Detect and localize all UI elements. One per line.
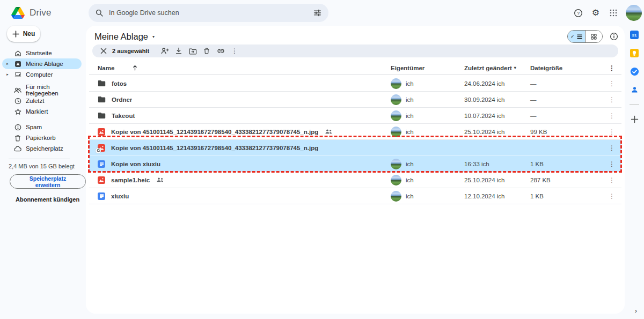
page-title[interactable]: Meine Ablage ▾ — [94, 32, 155, 42]
column-header-size[interactable]: Dateigröße — [530, 65, 562, 71]
sidebar-item-spam[interactable]: Spam — [2, 122, 82, 132]
sidebar-divider — [9, 159, 70, 159]
trash-icon[interactable] — [200, 44, 214, 57]
tasks-icon[interactable] — [630, 66, 639, 76]
sidebar-item-startseite[interactable]: Startseite — [2, 48, 82, 58]
file-size: 1 KB — [530, 161, 599, 167]
owner-name: ich — [406, 80, 414, 87]
new-button-label: Neu — [23, 30, 35, 38]
row-more-icon[interactable]: ⋮ — [609, 129, 615, 135]
share-add-person-icon[interactable] — [158, 44, 172, 57]
file-size: — — [530, 80, 599, 87]
search-icon — [96, 9, 103, 17]
owner-name: ich — [406, 193, 414, 199]
row-more-icon[interactable]: ⋮ — [609, 97, 615, 103]
move-to-folder-icon[interactable] — [186, 44, 200, 57]
file-name: sample1.heic — [111, 177, 150, 183]
sidebar-item-f-r-mich-freigegeben[interactable]: Für mich freigegeben — [2, 85, 82, 95]
clear-selection-button[interactable] — [97, 44, 111, 57]
table-header: Name Eigentümer Zuletzt geändert ▾ Datei… — [89, 61, 621, 75]
row-more-icon[interactable]: ⋮ — [609, 193, 615, 199]
sidebar-item-markiert[interactable]: Markiert — [2, 106, 82, 117]
column-header-modified[interactable]: Zuletzt geändert — [464, 65, 512, 71]
sidebar-item-label: Startseite — [26, 50, 52, 56]
get-more-storage-button[interactable]: Speicherplatz erweitern — [10, 174, 86, 189]
modified-date: 12.10.2024 ich — [464, 193, 530, 199]
file-name: Ordner — [112, 97, 132, 103]
download-icon[interactable] — [172, 44, 186, 57]
cancel-subscription-link[interactable]: Abonnement kündigen — [16, 196, 86, 203]
row-more-icon[interactable]: ⋮ — [609, 177, 615, 183]
column-header-name[interactable]: Name — [98, 65, 114, 71]
grid-view-button[interactable] — [585, 31, 603, 42]
main-content: Meine Ablage ▾ ✓ — [86, 26, 625, 314]
calendar-icon[interactable]: 31 — [630, 30, 639, 40]
table-row[interactable]: Kopie von xiuxiuich16:33 ich1 KB⋮ — [89, 156, 621, 172]
file-size: 287 KB — [530, 177, 599, 183]
copy-link-icon[interactable] — [214, 44, 228, 57]
storage-usage-text: 2,4 MB von 15 GB belegt — [9, 163, 86, 169]
drive-logo-icon — [11, 7, 25, 19]
toolbar-more-icon[interactable]: ⋮ — [228, 44, 241, 57]
shared-people-icon — [157, 177, 164, 182]
search-bar[interactable] — [89, 4, 328, 22]
modified-dropdown-icon[interactable]: ▾ — [514, 65, 516, 70]
get-addons-plus-icon[interactable] — [630, 114, 639, 124]
settings-gear-icon[interactable]: ⚙ — [590, 8, 601, 18]
cloud-icon — [14, 146, 21, 152]
apps-grid-icon[interactable] — [608, 8, 619, 18]
search-input[interactable] — [109, 9, 308, 17]
table-row[interactable]: fotosich24.06.2024 ich—⋮ — [89, 76, 621, 92]
owner-avatar — [391, 110, 401, 121]
table-row[interactable]: sample1.heicich25.10.2024 ich287 KB⋮ — [89, 172, 621, 188]
folder-file-icon — [98, 112, 106, 119]
search-options-icon[interactable] — [313, 9, 321, 17]
selection-count: 2 ausgewählt — [112, 48, 149, 54]
sort-ascending-icon[interactable] — [132, 65, 138, 71]
row-more-icon[interactable]: ⋮ — [609, 145, 615, 151]
keep-icon[interactable] — [630, 48, 639, 58]
sidebar-item-zuletzt[interactable]: Zuletzt — [2, 95, 82, 106]
file-name: Takeout — [112, 113, 135, 119]
details-info-icon[interactable] — [610, 32, 618, 41]
table-row[interactable]: Kopie von 451001145_1214391672798540_433… — [89, 124, 621, 140]
image-file-icon — [98, 144, 105, 152]
contacts-icon[interactable] — [630, 85, 639, 94]
header-more-icon[interactable]: ⋮ — [609, 65, 615, 71]
table-row[interactable]: Kopie von 451001145_1214391672798540_433… — [89, 140, 621, 156]
list-view-icon — [577, 34, 582, 39]
table-row[interactable]: Takeoutich10.07.2024 ich—⋮ — [89, 108, 621, 124]
expand-arrow-icon[interactable]: ▸ — [5, 62, 10, 66]
sidebar-item-papierkorb[interactable]: Papierkorb — [2, 132, 82, 143]
new-button[interactable]: Neu — [7, 26, 40, 42]
hide-side-panel-chevron[interactable]: › — [635, 307, 637, 315]
owner-name: ich — [406, 113, 414, 119]
file-list: fotosich24.06.2024 ich—⋮Ordnerich30.09.2… — [89, 76, 621, 204]
owner-avatar — [391, 78, 401, 89]
drive-logo-area[interactable]: Drive — [0, 7, 86, 19]
folder-file-icon — [98, 80, 106, 87]
sidebar-item-meine-ablage[interactable]: ▸Meine Ablage — [2, 58, 82, 69]
avatar[interactable] — [626, 5, 642, 21]
sidebar-item-label: Computer — [26, 71, 53, 78]
owner-avatar — [391, 94, 401, 105]
table-row[interactable]: xiuxiuich12.10.2024 ich1 KB⋮ — [89, 188, 621, 204]
column-header-owner[interactable]: Eigentümer — [391, 65, 425, 71]
row-more-icon[interactable]: ⋮ — [609, 161, 615, 167]
image-file-icon — [98, 176, 105, 184]
clock-icon — [14, 98, 21, 105]
file-size: — — [530, 113, 599, 119]
sidebar-item-label: Papierkorb — [26, 135, 56, 141]
sync-pending-icon — [96, 148, 101, 153]
expand-arrow-icon[interactable]: ▸ — [5, 72, 10, 77]
folder-file-icon — [98, 96, 106, 103]
list-view-button[interactable]: ✓ — [568, 31, 585, 42]
sidebar-item-computer[interactable]: ▸Computer — [2, 69, 82, 80]
sidebar-item-speicherplatz[interactable]: Speicherplatz — [2, 143, 82, 154]
row-more-icon[interactable]: ⋮ — [609, 80, 615, 87]
doc-file-icon — [98, 192, 105, 200]
file-name: Kopie von 451001145_1214391672798540_433… — [111, 129, 318, 135]
table-row[interactable]: Ordnerich30.09.2024 ich—⋮ — [89, 92, 621, 108]
row-more-icon[interactable]: ⋮ — [609, 113, 615, 119]
help-icon[interactable]: ? — [573, 8, 583, 18]
